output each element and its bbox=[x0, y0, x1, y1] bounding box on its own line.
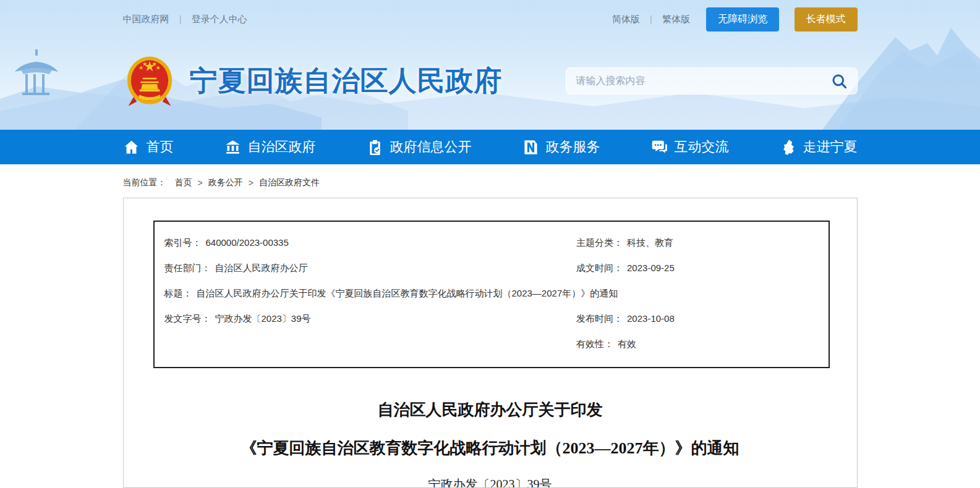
breadcrumb-separator: > bbox=[249, 178, 254, 188]
breadcrumb: 当前位置： 首页 > 政务公开 > 自治区政府文件 bbox=[123, 164, 858, 198]
meta-department-label: 责任部门： bbox=[164, 255, 211, 280]
nav-item-government-services[interactable]: 政务服务 bbox=[522, 138, 600, 156]
document-metadata-box: 索引号： 640000/2023-00335 主题分类： 科技、教育 责任部门：… bbox=[153, 221, 830, 368]
header-main-row: 宁夏回族自治区人民政府 bbox=[123, 38, 858, 124]
document-panel: 索引号： 640000/2023-00335 主题分类： 科技、教育 责任部门：… bbox=[123, 198, 858, 488]
letter-n-badge-icon bbox=[522, 139, 539, 156]
national-emblem-icon bbox=[123, 54, 176, 107]
clipboard-check-icon bbox=[367, 139, 383, 156]
meta-publish-date-value: 2023-10-08 bbox=[627, 306, 675, 331]
meta-index-value: 640000/2023-00335 bbox=[206, 230, 289, 255]
search-input[interactable] bbox=[576, 75, 831, 86]
nav-item-label: 政务服务 bbox=[546, 138, 600, 156]
nav-item-label: 政府信息公开 bbox=[390, 138, 472, 156]
meta-doc-number-label: 发文字号： bbox=[164, 306, 211, 331]
topbar-separator: | bbox=[650, 14, 652, 24]
nav-item-label: 首页 bbox=[147, 138, 174, 156]
link-traditional-chinese[interactable]: 繁体版 bbox=[662, 14, 690, 24]
nav-item-government-info-disclosure[interactable]: 政府信息公开 bbox=[367, 138, 472, 156]
meta-written-date-label: 成文时间： bbox=[576, 255, 623, 280]
topbar-right-links: 简体版 | 繁体版 无障碍浏览 长者模式 bbox=[612, 7, 858, 32]
ningxia-map-icon bbox=[780, 139, 796, 156]
nav-item-label: 互动交流 bbox=[675, 138, 729, 156]
topbar-left-links: 中国政府网 | 登录个人中心 bbox=[123, 14, 247, 25]
metadata-row: 标题： 自治区人民政府办公厅关于印发《宁夏回族自治区教育数字化战略行动计划（20… bbox=[164, 280, 819, 306]
accessibility-browse-button[interactable]: 无障碍浏览 bbox=[706, 7, 779, 32]
breadcrumb-separator: > bbox=[198, 178, 203, 188]
metadata-row: 发文字号： 宁政办发〔2023〕39号 发布时间： 2023-10-08 bbox=[164, 306, 819, 331]
link-login-personal-center[interactable]: 登录个人中心 bbox=[192, 14, 247, 24]
search-box bbox=[566, 67, 858, 95]
utility-topbar: 中国政府网 | 登录个人中心 简体版 | 繁体版 无障碍浏览 长者模式 bbox=[123, 0, 858, 38]
nav-item-home[interactable]: 首页 bbox=[123, 138, 174, 156]
nav-item-about-ningxia[interactable]: 走进宁夏 bbox=[780, 138, 858, 156]
meta-publish-date-label: 发布时间： bbox=[576, 306, 623, 331]
breadcrumb-item-gov-disclosure[interactable]: 政务公开 bbox=[208, 177, 243, 188]
elder-mode-button[interactable]: 长者模式 bbox=[795, 7, 858, 32]
breadcrumb-item-regional-gov-documents[interactable]: 自治区政府文件 bbox=[259, 177, 320, 188]
search-icon[interactable] bbox=[831, 72, 848, 90]
main-navigation: 首页 自治区政府 政府信息公开 政务服务 bbox=[0, 130, 980, 164]
meta-validity-label: 有效性： bbox=[576, 331, 613, 356]
topbar-separator: | bbox=[179, 14, 182, 24]
meta-category-label: 主题分类： bbox=[576, 230, 623, 255]
site-header: 中国政府网 | 登录个人中心 简体版 | 繁体版 无障碍浏览 长者模式 bbox=[0, 0, 980, 130]
meta-title-label: 标题： bbox=[164, 280, 192, 306]
link-china-gov[interactable]: 中国政府网 bbox=[123, 14, 169, 24]
meta-validity-value: 有效 bbox=[618, 331, 636, 356]
site-title: 宁夏回族自治区人民政府 bbox=[190, 62, 503, 99]
meta-title-value: 自治区人民政府办公厅关于印发《宁夏回族自治区教育数字化战略行动计划（2023—2… bbox=[197, 280, 618, 306]
site-brand[interactable]: 宁夏回族自治区人民政府 bbox=[123, 54, 503, 107]
nav-item-regional-government[interactable]: 自治区政府 bbox=[224, 138, 316, 156]
nav-item-label: 走进宁夏 bbox=[803, 138, 858, 156]
meta-written-date-value: 2023-09-25 bbox=[627, 255, 675, 280]
government-building-icon bbox=[224, 139, 241, 156]
document-number: 宁政办发〔2023〕39号 bbox=[124, 476, 857, 488]
meta-department-value: 自治区人民政府办公厅 bbox=[215, 255, 308, 280]
metadata-row: 责任部门： 自治区人民政府办公厅 成文时间： 2023-09-25 bbox=[164, 255, 819, 280]
metadata-row: 索引号： 640000/2023-00335 主题分类： 科技、教育 bbox=[164, 230, 819, 255]
meta-doc-number-value: 宁政办发〔2023〕39号 bbox=[215, 306, 311, 331]
document-title-line1: 自治区人民政府办公厅关于印发 bbox=[124, 399, 857, 421]
nav-item-interaction[interactable]: 互动交流 bbox=[651, 138, 729, 156]
chat-bubbles-icon bbox=[651, 139, 668, 156]
document-title-line2: 《宁夏回族自治区教育数字化战略行动计划（2023—2027年）》的通知 bbox=[124, 437, 857, 459]
home-icon bbox=[123, 139, 140, 156]
breadcrumb-item-home[interactable]: 首页 bbox=[175, 177, 192, 188]
metadata-row: 有效性： 有效 bbox=[164, 331, 819, 356]
meta-category-value: 科技、教育 bbox=[627, 230, 673, 255]
breadcrumb-label: 当前位置： bbox=[123, 177, 166, 188]
nav-item-label: 自治区政府 bbox=[248, 138, 316, 156]
link-simplified-chinese[interactable]: 简体版 bbox=[612, 14, 640, 24]
document-title-block: 自治区人民政府办公厅关于印发 《宁夏回族自治区教育数字化战略行动计划（2023—… bbox=[124, 399, 857, 488]
meta-index-label: 索引号： bbox=[164, 230, 202, 255]
